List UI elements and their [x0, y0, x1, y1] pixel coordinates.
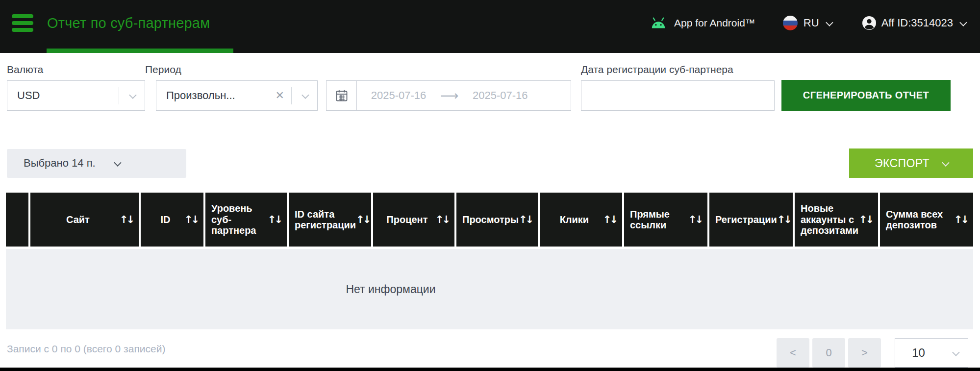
records-info: Записи с 0 по 0 (всего 0 записей): [7, 343, 165, 355]
empty-state-message: Нет информации: [6, 283, 776, 296]
sort-icon[interactable]: ↑↓: [268, 214, 283, 225]
sort-icon[interactable]: ↑↓: [519, 214, 534, 225]
sort-icon[interactable]: ↑↓: [777, 214, 792, 225]
table-header-id[interactable]: ID ↑↓: [141, 193, 203, 247]
android-app-label: App for Android™: [674, 17, 755, 29]
filters-row: Валюта USD Период Произвольн... ✕: [7, 64, 973, 111]
active-tab-underline: [47, 49, 233, 53]
page-size-select[interactable]: 10: [895, 338, 968, 368]
table-body: Нет информации: [6, 249, 973, 329]
account-menu[interactable]: Aff ID:3514023: [862, 16, 965, 30]
sort-icon[interactable]: ↑↓: [356, 214, 371, 225]
period-label: Период: [145, 64, 318, 75]
columns-selected-label: Выбрано 14 п.: [7, 157, 96, 170]
hamburger-menu-icon[interactable]: [12, 14, 33, 32]
chevron-down-icon: [952, 348, 960, 356]
columns-selector[interactable]: Выбрано 14 п.: [7, 149, 186, 178]
table-header-views[interactable]: Просмотры ↑↓: [456, 193, 538, 247]
chevron-down-icon: [942, 159, 950, 167]
export-button[interactable]: ЭКСПОРТ: [849, 148, 973, 178]
date-range-picker[interactable]: ⟶: [326, 80, 571, 111]
chevron-down-icon: [114, 159, 122, 167]
table-header-subpartner-level[interactable]: Уровень суб-партнера ↑↓: [205, 193, 287, 247]
sort-icon[interactable]: ↑↓: [954, 214, 969, 225]
table-header-empty: [6, 193, 28, 247]
table-header-new-deposit-accounts[interactable]: Новые аккаунты с депозитами ↑↓: [795, 193, 878, 247]
chevron-down-icon: [959, 19, 967, 26]
clear-icon[interactable]: ✕: [276, 89, 284, 102]
language-code: RU: [804, 17, 819, 29]
date-to-input[interactable]: [458, 89, 542, 102]
android-app-link[interactable]: App for Android™: [650, 17, 755, 29]
period-value: Произвольн...: [156, 89, 276, 102]
current-page-button[interactable]: 0: [812, 338, 845, 368]
top-header: Отчет по суб-партнерам App for Android™ …: [0, 0, 980, 53]
sort-icon[interactable]: ↑↓: [435, 214, 451, 225]
table-header-registrations[interactable]: Регистрации ↑↓: [709, 193, 793, 247]
currency-value: USD: [7, 89, 119, 102]
chevron-down-icon: [302, 91, 309, 99]
arrow-right-icon: ⟶: [440, 89, 458, 102]
sort-icon[interactable]: ↑↓: [859, 214, 874, 225]
pagination-bar: Записи с 0 по 0 (всего 0 записей) < 0 > …: [7, 329, 973, 371]
table-header-direct-links[interactable]: Прямые ссылки ↑↓: [624, 193, 707, 247]
table-header-percent[interactable]: Процент ↑↓: [373, 193, 454, 247]
language-selector[interactable]: RU: [783, 16, 831, 30]
page-size-value: 10: [895, 346, 942, 360]
reg-date-label: Дата регистрации суб-партнера: [581, 64, 775, 75]
sort-icon[interactable]: ↑↓: [603, 214, 618, 225]
generate-report-button[interactable]: СГЕНЕРИРОВАТЬ ОТЧЕТ: [781, 80, 951, 111]
date-from-input[interactable]: [357, 89, 440, 102]
page-title: Отчет по суб-партнерам: [47, 15, 210, 31]
chevron-down-icon: [129, 91, 137, 99]
period-select[interactable]: Произвольн... ✕: [156, 80, 318, 111]
currency-select[interactable]: USD: [7, 80, 145, 111]
currency-label: Валюта: [7, 64, 145, 75]
table-toolbar: Выбрано 14 п. ЭКСПОРТ: [7, 148, 973, 178]
next-page-button[interactable]: >: [848, 338, 881, 368]
table-header-site[interactable]: Сайт ↑↓: [30, 193, 139, 247]
russian-flag-icon: [783, 16, 798, 30]
user-icon: [862, 16, 877, 30]
prev-page-button[interactable]: <: [777, 338, 809, 368]
table-header-clicks[interactable]: Клики ↑↓: [540, 193, 622, 247]
android-robot-icon: [650, 17, 667, 29]
sort-icon[interactable]: ↑↓: [120, 214, 135, 225]
calendar-icon[interactable]: [327, 81, 357, 110]
sort-icon[interactable]: ↑↓: [184, 214, 200, 225]
export-label: ЭКСПОРТ: [875, 157, 930, 170]
sort-icon[interactable]: ↑↓: [688, 214, 704, 225]
window-bottom-edge: [0, 368, 980, 371]
chevron-down-icon: [826, 19, 833, 26]
table-header-reg-site-id[interactable]: ID сайта регистрации ↑↓: [289, 193, 371, 247]
aff-id-label: Aff ID:3514023: [881, 17, 953, 29]
table-header-row: Сайт ↑↓ ID ↑↓ Уровень суб-партнера ↑↓ ID…: [6, 193, 973, 247]
table-header-total-deposits[interactable]: Сумма всех депозитов ↑↓: [880, 193, 973, 247]
reg-date-input[interactable]: [581, 80, 775, 111]
